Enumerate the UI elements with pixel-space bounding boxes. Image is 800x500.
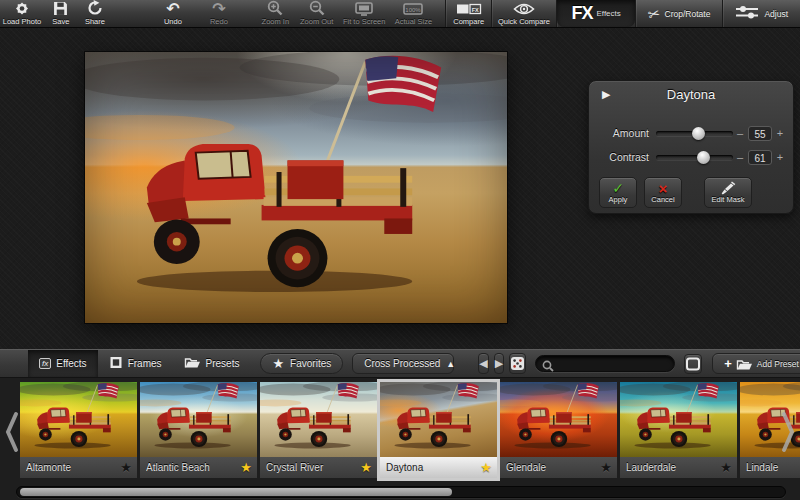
favorite-star-icon[interactable]: ★ — [720, 460, 732, 475]
scroll-right-chevron[interactable] — [780, 410, 796, 458]
actual-size-icon: 100% — [403, 2, 423, 16]
crop-rotate-label: Crop/Rotate — [665, 9, 711, 19]
preset-thumb-daytona[interactable]: Daytona ★ — [380, 382, 497, 478]
favorite-star-icon[interactable]: ★ — [600, 460, 612, 475]
zoom-out-icon — [309, 0, 325, 16]
redo-label: Redo — [210, 17, 228, 26]
preset-thumb-atlantic-beach[interactable]: Atlantic Beach ★ — [140, 382, 257, 478]
favorite-star-icon[interactable]: ★ — [120, 460, 132, 475]
preset-label-bar: Daytona ★ — [380, 457, 497, 478]
preset-preview — [140, 382, 257, 457]
cancel-button[interactable]: × Cancel — [644, 177, 682, 208]
crop-rotate-button[interactable]: ✂ Crop/Rotate — [636, 0, 723, 27]
collapse-panel-icon[interactable]: ▶ — [602, 88, 610, 101]
canvas-photo — [85, 52, 507, 323]
sliders-icon — [735, 5, 759, 23]
scroll-left-chevron[interactable] — [4, 410, 20, 458]
contrast-minus-button[interactable]: – — [735, 151, 745, 163]
compare-button[interactable]: FX Compare — [446, 0, 492, 27]
cancel-label: Cancel — [651, 195, 674, 204]
preset-preview — [380, 382, 497, 457]
fx-effects-button[interactable]: FX Effects — [557, 0, 634, 27]
preset-preview — [260, 382, 377, 457]
favorite-star-icon[interactable]: ★ — [360, 460, 372, 475]
frame-icon — [109, 355, 123, 373]
next-preset-button[interactable]: ▶ — [494, 353, 504, 374]
undo-button[interactable]: ↶ Undo — [156, 0, 190, 27]
amount-slider-handle[interactable] — [692, 127, 705, 140]
thumbnail-scrollbar-thumb[interactable] — [20, 488, 452, 496]
redo-button[interactable]: ↷ Redo — [202, 0, 236, 27]
preset-label-bar: Glendale ★ — [500, 457, 617, 478]
amount-slider-row: Amount – 55 + — [595, 125, 787, 141]
amount-minus-button[interactable]: – — [735, 127, 745, 139]
svg-text:FX: FX — [471, 6, 478, 12]
add-preset-label: Add Preset — [757, 359, 799, 369]
preset-label-bar: Crystal River ★ — [260, 457, 377, 478]
preset-label-bar: Lauderdale ★ — [620, 457, 737, 478]
zoom-in-label: Zoom In — [262, 17, 290, 26]
zoom-in-button[interactable]: Zoom In — [258, 0, 293, 27]
favorites-button[interactable]: ★ Favorites — [260, 353, 343, 374]
contrast-value: 61 — [748, 150, 772, 165]
category-label: Cross Processed — [364, 358, 440, 369]
contrast-slider[interactable] — [656, 155, 733, 160]
preset-thumb-altamonte[interactable]: Altamonte ★ — [20, 382, 137, 478]
load-photo-gear-icon — [13, 0, 31, 16]
effect-panel-header: ▶ Daytona — [589, 81, 793, 107]
contrast-slider-handle[interactable] — [697, 151, 710, 164]
truck-flag-photo — [85, 52, 507, 323]
category-dropdown[interactable]: Cross Processed ▲ — [352, 353, 454, 374]
adjust-button[interactable]: Adjust — [723, 0, 800, 27]
tab-presets[interactable]: Presets — [173, 350, 251, 377]
preset-label-bar: Lindale ★ — [740, 457, 800, 478]
tab-frames[interactable]: Frames — [98, 350, 173, 377]
zoom-out-label: Zoom Out — [300, 17, 333, 26]
contrast-plus-button[interactable]: + — [775, 151, 785, 163]
fit-to-screen-button[interactable]: Fit to Screen — [340, 0, 387, 27]
folder-add-icon — [736, 357, 753, 370]
actual-size-button[interactable]: 100% Actual Size — [392, 0, 435, 27]
prev-preset-button[interactable]: ◀ — [478, 353, 488, 374]
preset-thumb-lauderdale[interactable]: Lauderdale ★ — [620, 382, 737, 478]
bottom-tab-bar: fx Effects Frames Presets ★ Favorites Cr… — [0, 349, 800, 378]
contrast-label: Contrast — [595, 151, 649, 163]
preset-thumb-crystal-river[interactable]: Crystal River ★ — [260, 382, 377, 478]
search-input[interactable] — [558, 358, 668, 369]
favorite-star-icon[interactable]: ★ — [480, 460, 492, 475]
search-field — [535, 355, 675, 372]
star-icon: ★ — [272, 357, 284, 370]
fit-to-screen-label: Fit to Screen — [343, 17, 386, 26]
share-button[interactable]: Share — [78, 0, 112, 27]
zoom-out-button[interactable]: Zoom Out — [297, 0, 337, 27]
preset-preview — [20, 382, 137, 457]
amount-label: Amount — [595, 127, 649, 139]
top-toolbar: Load Photo Save Share ↶ Undo ↷ Redo Zoom… — [0, 0, 800, 28]
tab-effects[interactable]: fx Effects — [28, 350, 98, 377]
triangle-left-icon: ◀ — [479, 357, 487, 370]
amount-slider[interactable] — [656, 131, 733, 136]
amount-plus-button[interactable]: + — [775, 127, 785, 139]
add-preset-button[interactable]: + Add Preset — [712, 353, 800, 374]
preset-name: Lauderdale — [626, 462, 720, 473]
save-button[interactable]: Save — [44, 0, 78, 27]
plus-icon: + — [724, 359, 732, 369]
apply-button[interactable]: ✓ Apply — [599, 177, 637, 208]
edit-mask-button[interactable]: Edit Mask — [704, 177, 752, 208]
fx-logo: FX — [571, 3, 592, 24]
thumbnail-scrollbar-track[interactable] — [16, 486, 786, 498]
favorite-star-icon[interactable]: ★ — [240, 460, 252, 475]
load-photo-button[interactable]: Load Photo — [0, 0, 44, 27]
random-preset-button[interactable] — [509, 353, 526, 374]
preset-name: Altamonte — [26, 462, 120, 473]
amount-value: 55 — [748, 126, 772, 141]
single-view-button[interactable] — [684, 354, 702, 374]
preset-name: Lindale — [746, 462, 800, 473]
preset-thumb-glendale[interactable]: Glendale ★ — [500, 382, 617, 478]
brush-icon — [720, 181, 736, 195]
tab-frames-label: Frames — [128, 358, 162, 369]
save-label: Save — [52, 17, 69, 26]
tab-effects-label: Effects — [56, 358, 86, 369]
quick-compare-button[interactable]: Quick Compare — [492, 0, 555, 27]
adjust-label: Adjust — [764, 9, 788, 19]
